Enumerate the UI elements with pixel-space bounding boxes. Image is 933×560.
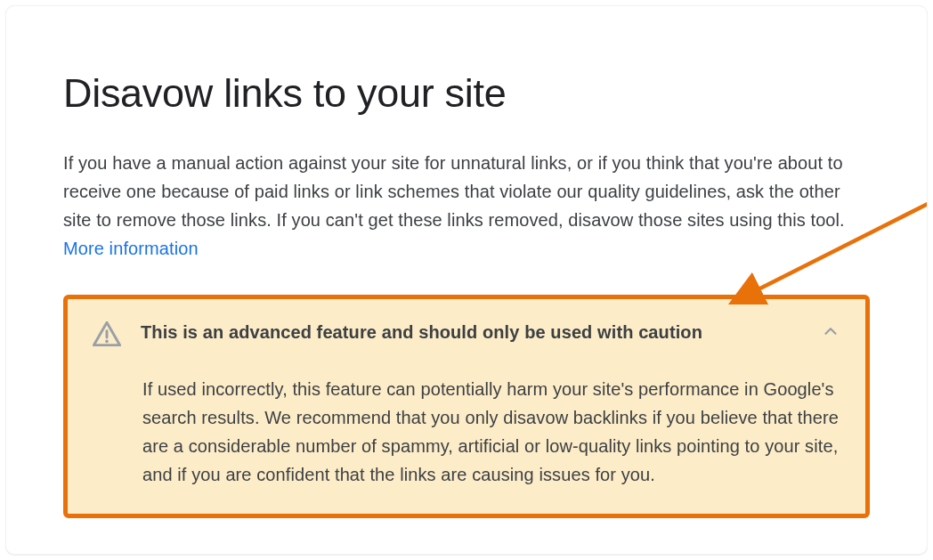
intro-paragraph: If you have a manual action against your… [63,149,847,263]
warning-box: This is an advanced feature and should o… [63,295,870,518]
intro-text: If you have a manual action against your… [63,153,845,230]
page-title: Disavow links to your site [63,70,870,117]
more-information-link[interactable]: More information [63,239,199,258]
warning-header: This is an advanced feature and should o… [93,321,840,350]
svg-point-1 [105,339,109,343]
content-area: Disavow links to your site If you have a… [6,6,927,518]
warning-title: This is an advanced feature and should o… [141,321,801,345]
warning-icon [93,321,121,350]
warning-body: If used incorrectly, this feature can po… [142,375,840,489]
main-card: Disavow links to your site If you have a… [5,5,928,555]
chevron-up-icon[interactable] [821,321,840,345]
